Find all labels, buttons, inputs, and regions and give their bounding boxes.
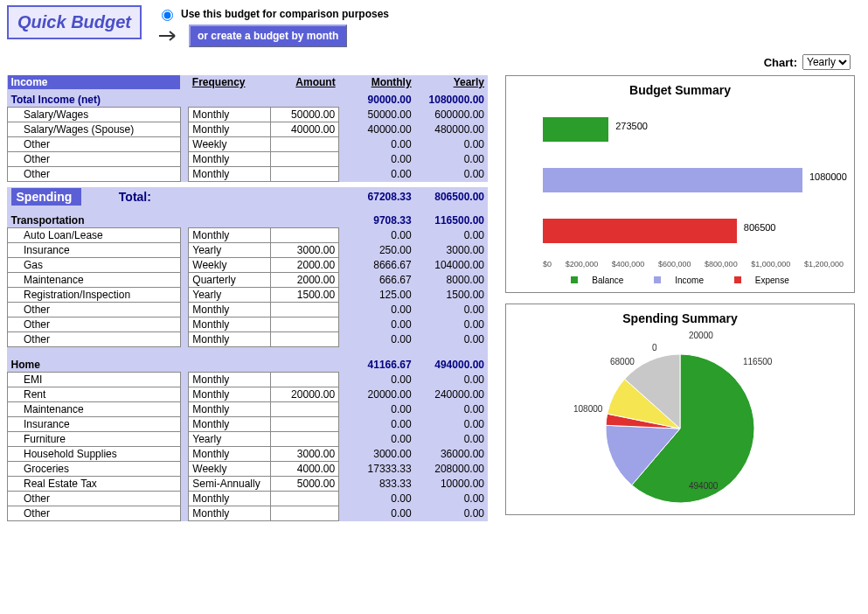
row-label[interactable]: Furniture [8,431,181,446]
spending-total-label: Total: [119,190,151,204]
row-label[interactable]: Rent [8,387,181,401]
row-frequency[interactable]: Quarterly [189,273,271,288]
row-label[interactable]: Other [8,317,181,332]
col-monthly: Monthly [347,75,415,89]
spending-total-yearly: 806500.00 [415,187,488,206]
spending-row: FurnitureYearly0.000.00 [8,431,489,446]
comparison-radio[interactable]: Use this budget for comparison purposes [157,7,389,21]
row-yearly: 0.00 [415,152,488,167]
row-label[interactable]: Registration/Inspection [8,288,181,303]
row-frequency[interactable]: Weekly [189,137,271,152]
row-label[interactable]: Maintenance [8,401,181,416]
row-frequency[interactable]: Monthly [189,372,271,387]
row-label[interactable]: Household Supplies [8,446,181,461]
total-income-yearly: 1080000.00 [415,93,488,108]
row-amount[interactable] [271,152,339,167]
row-label[interactable]: Maintenance [8,273,181,288]
row-label[interactable]: Other [8,332,181,347]
row-frequency[interactable]: Monthly [189,228,271,243]
row-frequency[interactable]: Monthly [189,332,271,347]
row-amount[interactable]: 2000.00 [271,273,339,288]
comparison-radio-input[interactable] [162,10,173,21]
row-amount[interactable] [271,317,339,332]
row-amount[interactable]: 40000.00 [271,122,339,137]
row-frequency[interactable]: Monthly [189,303,271,317]
row-frequency[interactable]: Monthly [189,152,271,167]
row-frequency[interactable]: Monthly [189,108,271,122]
row-label[interactable]: Other [8,491,181,506]
row-frequency[interactable]: Monthly [189,317,271,332]
row-label[interactable]: Other [8,506,181,520]
category-header: Home [8,358,339,373]
row-amount[interactable] [271,167,339,182]
spending-row: RentMonthly20000.0020000.00240000.00 [8,387,489,401]
row-amount[interactable] [271,416,339,431]
row-label[interactable]: EMI [8,372,181,387]
row-yearly: 0.00 [415,228,488,243]
comparison-radio-label: Use this budget for comparison purposes [181,8,389,20]
row-frequency[interactable]: Yearly [189,288,271,303]
row-amount[interactable]: 2000.00 [271,258,339,273]
row-label[interactable]: Insurance [8,416,181,431]
row-amount[interactable]: 3000.00 [271,446,339,461]
row-label[interactable]: Real Estate Tax [8,476,181,491]
row-label[interactable]: Insurance [8,243,181,258]
row-frequency[interactable]: Monthly [189,167,271,182]
row-frequency[interactable]: Monthly [189,506,271,520]
row-amount[interactable] [271,506,339,520]
spending-row: OtherMonthly0.000.00 [8,506,489,520]
pie-slice-label: 20000 [689,331,713,340]
row-amount[interactable]: 1500.00 [271,288,339,303]
row-monthly: 17333.33 [347,461,415,476]
row-label[interactable]: Other [8,152,181,167]
row-amount[interactable] [271,137,339,152]
chart-period-select[interactable]: Yearly [802,54,851,70]
row-yearly: 0.00 [415,506,488,520]
spending-row: OtherMonthly0.000.00 [8,491,489,506]
row-frequency[interactable]: Monthly [189,387,271,401]
row-frequency[interactable]: Weekly [189,461,271,476]
row-label[interactable]: Other [8,167,181,182]
row-amount[interactable] [271,303,339,317]
spending-row: InsuranceYearly3000.00250.003000.00 [8,243,489,258]
row-frequency[interactable]: Weekly [189,258,271,273]
row-amount[interactable] [271,401,339,416]
row-yearly: 0.00 [415,372,488,387]
row-frequency[interactable]: Monthly [189,401,271,416]
row-amount[interactable]: 4000.00 [271,461,339,476]
row-frequency[interactable]: Semi-Annually [189,476,271,491]
row-amount[interactable]: 3000.00 [271,243,339,258]
row-frequency[interactable]: Monthly [189,491,271,506]
row-amount[interactable] [271,228,339,243]
spending-table: Spending Total: 67208.33 806500.00 Trans… [7,187,488,521]
row-label[interactable]: Other [8,137,181,152]
row-frequency[interactable]: Monthly [189,446,271,461]
bar-value-label: 806500 [744,222,776,233]
spending-row: Auto Loan/LeaseMonthly0.000.00 [8,228,489,243]
spending-row: OtherMonthly0.000.00 [8,332,489,347]
row-label[interactable]: Salary/Wages (Spouse) [8,122,181,137]
row-amount[interactable] [271,491,339,506]
row-label[interactable]: Salary/Wages [8,108,181,122]
row-frequency[interactable]: Monthly [189,416,271,431]
row-amount[interactable] [271,431,339,446]
row-monthly: 0.00 [347,416,415,431]
row-amount[interactable]: 50000.00 [271,108,339,122]
row-label[interactable]: Auto Loan/Lease [8,228,181,243]
row-yearly: 0.00 [415,167,488,182]
bar-income: 1080000 [513,155,847,206]
row-yearly: 3000.00 [415,243,488,258]
spending-summary-chart: Spending Summary 20000068000108000116500… [505,304,855,515]
row-amount[interactable] [271,332,339,347]
row-frequency[interactable]: Yearly [189,431,271,446]
income-table: Income Frequency Amount Monthly Yearly T… [7,75,488,182]
row-frequency[interactable]: Yearly [189,243,271,258]
row-frequency[interactable]: Monthly [189,122,271,137]
row-amount[interactable] [271,372,339,387]
row-label[interactable]: Groceries [8,461,181,476]
row-amount[interactable]: 5000.00 [271,476,339,491]
row-amount[interactable]: 20000.00 [271,387,339,401]
row-label[interactable]: Other [8,303,181,317]
row-label[interactable]: Gas [8,258,181,273]
create-budget-by-month-button[interactable]: or create a budget by month [189,24,347,47]
